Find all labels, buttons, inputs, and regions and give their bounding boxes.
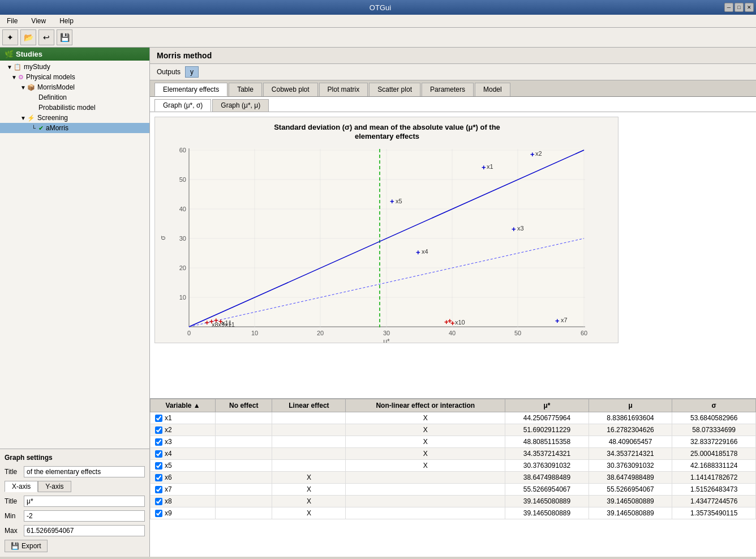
cell-linear-3 [272,448,346,460]
toolbar: ✦ 📂 ↩ 💾 [0,28,756,48]
xaxis-tab[interactable]: X-axis [5,481,38,492]
row-checkbox-7[interactable] [155,498,162,505]
new-button[interactable]: ✦ [2,29,18,45]
tree-panel: 🌿 Studies ▼ 📋 myStudy ▼ ⚙ Physical model… [0,48,149,449]
row-checkbox-4[interactable] [155,462,162,470]
data-table-area: Variable ▲ No effect Linear effect Non-l… [150,398,756,557]
menu-view[interactable]: View [27,16,50,26]
app-title: OTGui [36,3,724,12]
xaxis-title-input[interactable] [24,496,145,507]
tree-item-morris-model[interactable]: ▼ 📦 MorrisModel [0,82,149,92]
label-x4: x4 [422,248,428,255]
cell-no-effect-3 [216,448,272,460]
menu-bar: File View Help [0,15,756,28]
label-x3: x3 [517,225,524,232]
col-linear[interactable]: Linear effect [272,399,346,412]
tab-table[interactable]: Table [229,83,262,96]
morris-model-icon: 📦 [27,84,35,91]
tree-header-label: Studies [16,50,42,58]
back-icon: ↩ [43,33,50,42]
min-input[interactable] [24,510,145,522]
table-row: x8 X 39.1465080889 39.1465080889 1.43477… [151,496,756,507]
title-input[interactable] [24,466,145,477]
cell-mu-star-0: 44.2506775964 [505,412,589,424]
tab-parameters-label: Parameters [430,86,465,93]
tree-item-probabilistic[interactable]: Probabilistic model [0,103,149,113]
tab-plot-matrix-label: Plot matrix [328,86,360,93]
tree-item-mystudy[interactable]: ▼ 📋 myStudy [0,62,149,72]
label-x1: x1 [487,163,493,170]
sort-icon: ▲ [194,402,200,409]
tab-cobweb-label: Cobweb plot [272,86,310,93]
y-tick-40: 40 [179,206,186,212]
cell-sigma-6: 1.51526483473 [672,484,756,496]
tab-parameters[interactable]: Parameters [422,83,474,96]
row-checkbox-3[interactable] [155,450,162,458]
sub-tab-mu[interactable]: Graph (μ*, μ) [212,99,269,112]
tree-item-screening[interactable]: ▼ ⚡ Screening [0,113,149,123]
menu-help[interactable]: Help [55,16,78,26]
tab-scatter[interactable]: Scatter plot [369,83,420,96]
col-no-effect[interactable]: No effect [216,399,272,412]
cell-mu-star-2: 48.8085115358 [505,436,589,448]
xaxis-tab-label: X-axis [12,483,31,490]
chart-title-line1: Standard deviation (σ) and mean of the a… [274,123,500,131]
sub-tab-sigma-label: Graph (μ*, σ) [163,101,203,109]
cell-mu-7: 39.1465080889 [589,496,672,507]
cell-sigma-2: 32.8337229166 [672,436,756,448]
variable-name-1: x2 [165,426,172,434]
row-checkbox-5[interactable] [155,474,162,481]
cell-linear-7: X [272,496,346,507]
export-label: Export [22,542,41,550]
title-label: Title [5,468,22,476]
save-button[interactable]: 💾 [57,29,72,45]
tab-elementary-effects[interactable]: Elementary effects [154,83,227,96]
col-variable[interactable]: Variable ▲ [151,399,216,412]
row-checkbox-1[interactable] [155,426,162,434]
menu-file[interactable]: File [2,16,22,26]
row-checkbox-0[interactable] [155,415,162,422]
row-checkbox-2[interactable] [155,438,162,446]
results-table: Variable ▲ No effect Linear effect Non-l… [150,399,756,519]
yaxis-tab-label: Y-axis [45,483,63,490]
tab-plot-matrix[interactable]: Plot matrix [319,83,368,96]
cell-mu-6: 55.5266954067 [589,484,672,496]
open-button[interactable]: 📂 [20,29,36,45]
cell-nonlinear-8 [346,507,505,519]
col-mu[interactable]: μ [589,399,672,412]
save-icon: 💾 [60,33,70,42]
tab-model[interactable]: Model [475,83,510,96]
restore-button[interactable]: □ [734,3,744,12]
cell-sigma-8: 1.35735490115 [672,507,756,519]
tab-cobweb[interactable]: Cobweb plot [263,83,318,96]
point-cluster2: + [209,317,214,326]
variable-name-2: x3 [165,438,172,446]
cell-linear-6: X [272,484,346,496]
cell-variable-1: x2 [151,424,216,436]
row-checkbox-8[interactable] [155,510,162,517]
cell-variable-5: x6 [151,472,216,484]
col-nonlinear[interactable]: Non-linear effect or interaction [346,399,505,412]
col-mu-star[interactable]: μ* [505,399,589,412]
close-button[interactable]: ✕ [745,3,754,12]
cell-mu-star-3: 34.3537214321 [505,448,589,460]
back-button[interactable]: ↩ [38,29,54,45]
cell-linear-1 [272,424,346,436]
output-tag[interactable]: y [185,66,199,78]
cell-linear-4 [272,460,346,472]
tree-item-amorris[interactable]: └ ✔ aMorris [0,123,149,133]
max-input[interactable] [24,525,145,536]
col-sigma[interactable]: σ [672,399,756,412]
cell-mu-star-5: 38.6474988489 [505,472,589,484]
tree-item-physical-models[interactable]: ▼ ⚙ Physical models [0,72,149,82]
sub-tab-sigma[interactable]: Graph (μ*, σ) [154,99,211,112]
yaxis-tab[interactable]: Y-axis [38,481,71,492]
row-checkbox-6[interactable] [155,486,162,493]
cell-sigma-3: 25.0004185178 [672,448,756,460]
x-tick-40: 40 [449,330,456,336]
export-button[interactable]: 💾 Export [5,540,48,552]
tree-item-definition[interactable]: Definition [0,92,149,103]
outputs-bar: Outputs y [150,64,756,80]
variable-name-4: x5 [165,462,172,470]
minimize-button[interactable]: ─ [724,3,733,12]
